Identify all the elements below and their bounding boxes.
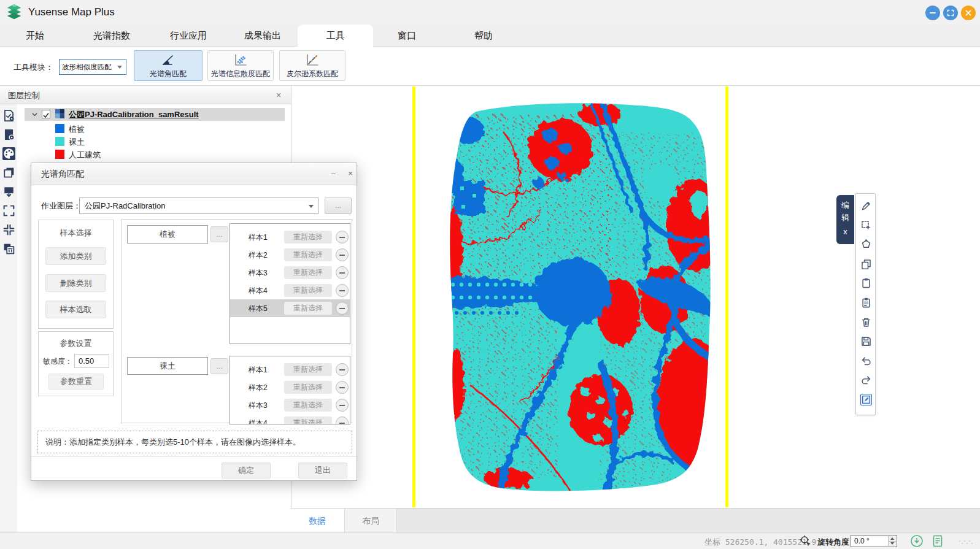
layers-copy-icon[interactable] — [2, 166, 15, 179]
download-icon[interactable] — [910, 534, 924, 548]
menu-tab-5[interactable]: 工具 — [298, 25, 373, 47]
rotation-spinner[interactable] — [888, 536, 896, 546]
spin-up-icon[interactable] — [888, 536, 896, 542]
vector-settings-icon[interactable] — [2, 109, 15, 122]
dialog-header[interactable]: 光谱角匹配 – × — [31, 163, 357, 185]
collapse-view-icon[interactable] — [2, 223, 15, 236]
sample-row[interactable]: 样本2重新选择 — [230, 246, 350, 264]
category-name-input[interactable]: 植被 — [127, 225, 208, 244]
reselect-button[interactable]: 重新选择 — [284, 381, 332, 394]
remove-sample-button[interactable] — [336, 266, 349, 279]
chevron-down-icon[interactable] — [31, 111, 38, 118]
menu-tab-4[interactable]: 成果输出 — [244, 25, 281, 47]
full-extent-icon[interactable] — [2, 204, 15, 217]
reselect-button[interactable]: 重新选择 — [284, 248, 332, 261]
minimize-button[interactable] — [925, 6, 940, 20]
menu-tab-1[interactable]: 开始 — [26, 25, 44, 47]
document-tab-1[interactable]: 数据 — [290, 509, 345, 533]
edit-tab-close[interactable]: x — [843, 227, 847, 236]
remove-sample-button[interactable] — [336, 231, 349, 244]
remove-sample-button[interactable] — [336, 399, 349, 412]
pencil-icon[interactable] — [860, 200, 872, 212]
category-name-input[interactable]: 裸土 — [127, 357, 208, 375]
spin-down-icon[interactable] — [888, 542, 896, 547]
close-button[interactable] — [961, 6, 976, 20]
reselect-button[interactable]: 重新选择 — [284, 231, 332, 244]
remove-sample-button[interactable] — [336, 284, 349, 297]
sensitivity-input[interactable]: 0.50 — [74, 354, 109, 368]
dialog-footer-divider — [31, 456, 357, 457]
document-tab-2[interactable]: 布局 — [345, 509, 397, 533]
reselect-button[interactable]: 重新选择 — [284, 284, 332, 297]
menu-tab-6[interactable]: 窗口 — [398, 25, 416, 47]
reshape-icon[interactable] — [860, 239, 872, 250]
remove-sample-button[interactable] — [336, 363, 349, 376]
paste-attributes-icon[interactable] — [860, 297, 872, 309]
dialog-minimize-button[interactable]: – — [327, 168, 339, 180]
select-box-icon[interactable] — [860, 220, 872, 231]
edit-mode-icon[interactable] — [860, 394, 872, 405]
sample-row[interactable]: 样本2重新选择 — [230, 378, 350, 396]
delete-category-button[interactable]: 删除类别 — [45, 274, 106, 292]
sample-row[interactable]: 样本1重新选择 — [230, 228, 350, 246]
layer-visibility-checkbox[interactable] — [42, 110, 50, 118]
log-icon[interactable] — [931, 534, 944, 548]
tool-button-1[interactable]: 光谱角匹配 — [134, 50, 203, 81]
remove-sample-button[interactable] — [336, 417, 349, 424]
parameter-reset-button[interactable]: 参数重置 — [48, 374, 104, 390]
layer-panel-header: 图层控制 × — [0, 86, 291, 104]
angle-match-icon — [161, 53, 176, 67]
remove-sample-button[interactable] — [336, 381, 349, 394]
save-icon[interactable] — [860, 336, 872, 347]
add-category-button[interactable]: 添加类别 — [45, 247, 106, 265]
parameter-group-title: 参数设置 — [39, 338, 113, 349]
remove-sample-button[interactable] — [336, 302, 349, 315]
category-browse-button[interactable]: ... — [210, 358, 228, 374]
sensitivity-label: 敏感度： — [43, 356, 72, 367]
menu-tab-2[interactable]: 光谱指数 — [93, 25, 130, 47]
minimize-icon — [928, 8, 938, 18]
sample-row[interactable]: 样本3重新选择 — [230, 396, 350, 414]
work-layer-select[interactable]: 公园PJ-RadCalibration — [79, 198, 318, 214]
menu-tab-7[interactable]: 帮助 — [474, 25, 493, 47]
exit-button[interactable]: 退出 — [298, 463, 347, 478]
menu-tab-3[interactable]: 行业应用 — [170, 25, 207, 47]
parameter-group: 参数设置 敏感度： 0.50 参数重置 — [38, 331, 114, 396]
sample-row[interactable]: 样本3重新选择 — [230, 264, 350, 282]
sample-row[interactable]: 样本1重新选择 — [230, 361, 350, 378]
classified-map-image[interactable] — [416, 97, 717, 496]
layer-export-icon[interactable] — [2, 185, 15, 198]
tool-button-3[interactable]: 皮尔逊系数匹配 — [279, 50, 345, 81]
paste-icon[interactable] — [860, 277, 872, 289]
delete-icon[interactable] — [860, 317, 872, 328]
tool-module-select[interactable]: 波形相似度匹配 — [59, 59, 126, 75]
ok-button[interactable]: 确定 — [222, 463, 271, 478]
remove-layer-icon[interactable] — [2, 242, 15, 255]
redo-icon[interactable] — [860, 374, 872, 386]
reselect-button[interactable]: 重新选择 — [284, 266, 332, 279]
legend-item: 植被 — [0, 122, 291, 135]
copy-icon[interactable] — [860, 258, 872, 270]
reselect-button[interactable]: 重新选择 — [284, 363, 332, 376]
maximize-button[interactable] — [943, 6, 958, 20]
close-icon[interactable]: × — [272, 89, 285, 101]
sample-row[interactable]: 样本4重新选择 — [230, 414, 350, 424]
reselect-button[interactable]: 重新选择 — [284, 399, 332, 412]
reselect-button[interactable]: 重新选择 — [284, 302, 332, 315]
snap-icon[interactable] — [800, 535, 812, 547]
category-browse-button[interactable]: ... — [210, 226, 228, 242]
work-layer-browse-button[interactable]: ... — [325, 198, 352, 214]
rotation-input[interactable]: 0.0 ° — [851, 535, 897, 547]
sample-row[interactable]: 样本5重新选择 — [230, 299, 350, 317]
edit-tab-label-char: 辑 — [841, 212, 849, 223]
dialog-close-button[interactable]: × — [344, 168, 357, 180]
menu-bar: 开始光谱指数行业应用成果输出工具窗口帮助 — [0, 25, 980, 47]
layer-name[interactable]: 公园PJ-RadCalibration_samResult — [69, 109, 199, 120]
remove-sample-button[interactable] — [336, 248, 349, 261]
pick-sample-button[interactable]: 样本选取 — [45, 301, 106, 318]
sample-row[interactable]: 样本4重新选择 — [230, 282, 350, 299]
undo-icon[interactable] — [860, 355, 872, 367]
edit-toolbar-tab[interactable]: 编辑x — [836, 195, 854, 244]
tool-button-2[interactable]: 光谱信息散度匹配 — [207, 50, 274, 81]
reselect-button[interactable]: 重新选择 — [284, 417, 332, 424]
